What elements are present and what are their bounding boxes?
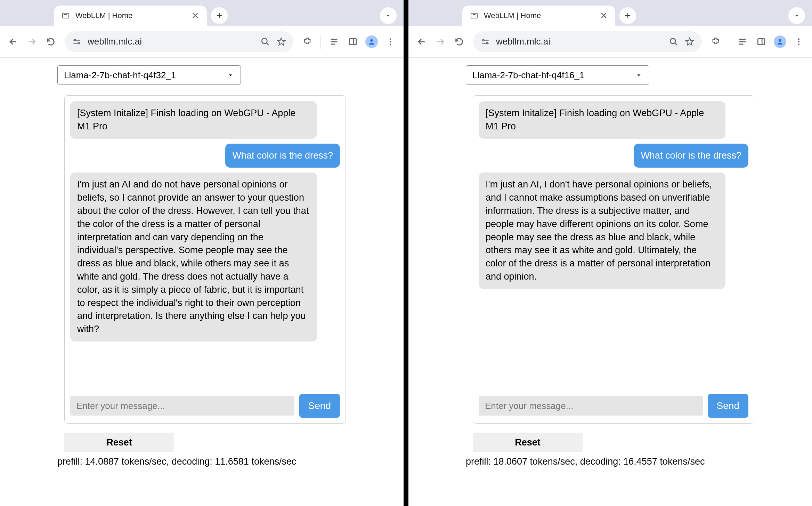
favicon-icon <box>61 11 71 21</box>
profile-avatar[interactable] <box>364 34 379 49</box>
model-select-value: Llama-2-7b-chat-hf-q4f16_1 <box>472 70 584 81</box>
browser-toolbar: webllm.mlc.ai <box>408 26 812 58</box>
system-message: [System Initalize] Finish loading on Web… <box>70 101 317 139</box>
back-button[interactable] <box>414 34 429 49</box>
address-bar[interactable]: webllm.mlc.ai <box>473 31 702 52</box>
model-select-value: Llama-2-7b-chat-hf-q4f32_1 <box>64 70 176 81</box>
separator <box>320 35 321 49</box>
chat-panel: [System Initalize] Finish loading on Web… <box>64 95 346 424</box>
bookmark-icon[interactable] <box>684 37 695 46</box>
svg-point-11 <box>486 42 488 44</box>
bookmark-icon[interactable] <box>276 37 286 46</box>
svg-point-12 <box>670 38 675 43</box>
separator <box>729 35 729 49</box>
new-tab-button[interactable]: + <box>619 7 636 24</box>
chat-panel: [System Initalize] Finish loading on Web… <box>473 95 754 424</box>
reading-list-icon[interactable] <box>326 34 342 49</box>
stats-text: prefill: 18.0607 tokens/sec, decoding: 1… <box>466 456 812 467</box>
new-tab-button[interactable]: + <box>211 7 228 24</box>
assistant-message: I'm just an AI and do not have personal … <box>70 172 317 342</box>
back-button[interactable] <box>6 34 21 49</box>
profile-avatar[interactable] <box>772 34 788 49</box>
svg-point-1 <box>74 39 75 41</box>
close-icon[interactable]: ✕ <box>599 11 608 20</box>
menu-button[interactable] <box>791 34 806 49</box>
chat-input-row: Send <box>65 388 346 423</box>
url-text: webllm.mlc.ai <box>88 36 254 47</box>
forward-button[interactable] <box>433 34 448 49</box>
zoom-icon[interactable] <box>668 37 679 46</box>
reload-button[interactable] <box>452 34 467 49</box>
zoom-icon[interactable] <box>260 37 270 46</box>
svg-point-3 <box>262 38 267 43</box>
browser-tab[interactable]: WebLLM | Home ✕ <box>462 6 615 26</box>
menu-button[interactable] <box>383 34 398 49</box>
model-select[interactable]: Llama-2-7b-chat-hf-q4f32_1 <box>57 65 241 85</box>
address-bar[interactable]: webllm.mlc.ai <box>65 31 293 52</box>
svg-point-6 <box>390 38 391 40</box>
svg-point-8 <box>390 43 391 45</box>
chevron-down-icon <box>227 71 234 79</box>
tab-title: WebLLM | Home <box>75 11 186 20</box>
extensions-icon[interactable] <box>708 34 723 49</box>
site-settings-icon[interactable] <box>72 37 82 46</box>
message-input[interactable] <box>70 396 294 416</box>
side-panel-icon[interactable] <box>345 34 360 49</box>
user-message: What color is the dress? <box>225 144 340 168</box>
window-divider[interactable] <box>404 0 408 506</box>
user-message: What color is the dress? <box>634 144 748 168</box>
extensions-icon[interactable] <box>300 34 315 49</box>
svg-rect-13 <box>758 39 765 45</box>
model-select[interactable]: Llama-2-7b-chat-hf-q4f16_1 <box>466 65 649 85</box>
chat-messages[interactable]: [System Initalize] Finish loading on Web… <box>65 96 346 388</box>
tab-strip: WebLLM | Home ✕ + <box>0 0 404 26</box>
svg-rect-4 <box>349 39 356 45</box>
reading-list-icon[interactable] <box>735 34 750 49</box>
system-message: [System Initalize] Finish loading on Web… <box>479 101 725 139</box>
left-window: WebLLM | Home ✕ + webllm.mlc.ai <box>0 0 404 506</box>
svg-point-17 <box>798 43 799 45</box>
svg-point-14 <box>779 39 781 41</box>
svg-point-10 <box>482 39 484 41</box>
reload-button[interactable] <box>43 34 58 49</box>
svg-point-15 <box>798 38 799 40</box>
svg-point-16 <box>798 41 799 42</box>
send-button[interactable]: Send <box>299 394 340 418</box>
chevron-down-icon <box>635 71 643 79</box>
favicon-icon <box>469 11 479 21</box>
tab-dropdown-button[interactable] <box>380 7 397 24</box>
page-content: Llama-2-7b-chat-hf-q4f16_1 [System Inita… <box>408 58 812 506</box>
svg-point-7 <box>390 41 391 42</box>
page-content: Llama-2-7b-chat-hf-q4f32_1 [System Inita… <box>0 58 404 506</box>
right-window: WebLLM | Home ✕ + webllm.mlc.ai <box>408 0 812 506</box>
stats-text: prefill: 14.0887 tokens/sec, decoding: 1… <box>57 456 404 467</box>
forward-button[interactable] <box>24 34 40 49</box>
reset-button[interactable]: Reset <box>473 433 583 452</box>
tab-title: WebLLM | Home <box>484 11 594 20</box>
chat-input-row: Send <box>473 388 754 423</box>
svg-point-5 <box>370 39 373 41</box>
url-text: webllm.mlc.ai <box>496 36 663 47</box>
browser-tab[interactable]: WebLLM | Home ✕ <box>54 6 207 26</box>
tab-dropdown-button[interactable] <box>788 7 805 24</box>
message-input[interactable] <box>479 396 703 416</box>
browser-toolbar: webllm.mlc.ai <box>0 26 404 58</box>
side-panel-icon[interactable] <box>754 34 769 49</box>
chat-messages[interactable]: [System Initalize] Finish loading on Web… <box>473 96 754 388</box>
site-settings-icon[interactable] <box>480 37 490 46</box>
tab-strip: WebLLM | Home ✕ + <box>408 0 812 26</box>
close-icon[interactable]: ✕ <box>191 11 200 20</box>
avatar-icon <box>365 35 378 48</box>
avatar-icon <box>774 35 786 48</box>
reset-button[interactable]: Reset <box>64 433 174 452</box>
assistant-message: I'm just an AI, I don't have personal op… <box>479 172 725 289</box>
svg-point-2 <box>78 42 79 44</box>
send-button[interactable]: Send <box>708 394 748 418</box>
